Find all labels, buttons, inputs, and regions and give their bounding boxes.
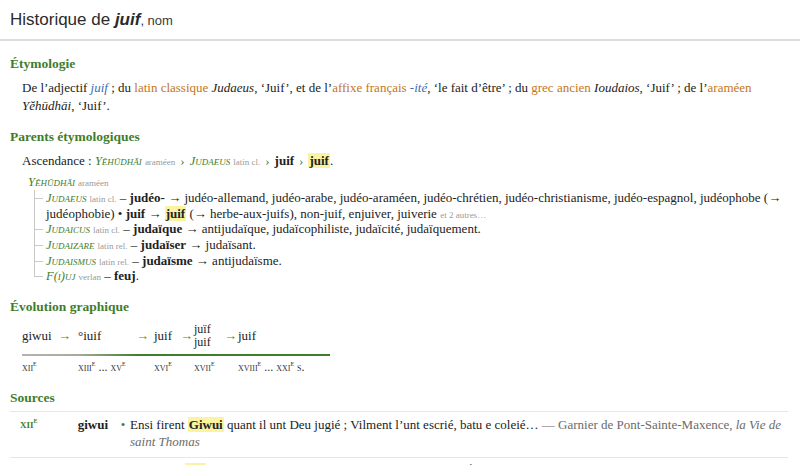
root-etymon: Yĕhūdhāi [28, 175, 75, 189]
timeline-form: juif [238, 328, 330, 344]
bullet-icon: • [116, 417, 130, 450]
language-name: araméen [708, 80, 752, 95]
language-tag: latin cl. [90, 194, 117, 204]
quote-text: Ensi firent Giwui quant il unt Deu jugié… [130, 417, 788, 450]
tree-etymon: Judaicus [46, 222, 90, 236]
arrow-icon: → [224, 328, 238, 344]
timeline-form-variants: juïfjuif [194, 323, 224, 349]
language-tag: araméen [145, 157, 175, 167]
separator-dot: • [115, 206, 126, 221]
language-tag: latin cl. [93, 225, 120, 235]
arrow-icon: → [58, 328, 78, 344]
current-word-highlight: juif [165, 206, 187, 221]
section-heading-sources: Sources [10, 390, 788, 406]
tree-item: Judaizarelatin rel. – judaïser → judaïsa… [35, 237, 788, 253]
ascendance-line: Ascendance : Yĕhūdhāiaraméen›Judaeuslati… [22, 152, 788, 170]
derived-word: feuj [114, 268, 136, 283]
section-heading-parents: Parents étymologiques [10, 129, 788, 145]
quote-list: •Ensi firent Giwui quant il unt Deu jugi… [116, 417, 788, 453]
language-tag: latin rel. [99, 257, 129, 267]
tree-item: Judaeuslatin cl. – judéo- → judéo-allema… [35, 190, 788, 221]
source-row: xiie giwui •Ensi firent Giwui quant il u… [10, 411, 788, 457]
ancestor-word: juif [275, 153, 295, 168]
arrow-icon: → [193, 253, 213, 268]
tree-root: Yĕhūdhāiaraméen [28, 174, 788, 190]
language-name: affixe français [332, 80, 406, 95]
more-items-note: et 2 autres… [440, 210, 486, 220]
form-label: giwui [68, 417, 108, 453]
derived-word: judaïque [133, 221, 182, 236]
etymon-word: Yĕhūdhāi [22, 98, 71, 113]
keyword-highlight: Giwui [188, 417, 224, 432]
page-title: Historique de juif, nom [10, 10, 788, 30]
section-heading-evolution: Évolution graphique [10, 299, 788, 315]
ancestor-etymon: Yĕhūdhāi [95, 154, 142, 168]
century-label: xviiie ... xxie s. [238, 360, 330, 375]
timeline-form: giwui [22, 328, 58, 344]
language-name: latin classique [134, 80, 208, 95]
tree-items: Judaeuslatin cl. – judéo- → judéo-allema… [34, 190, 788, 284]
arrow-icon: → [180, 328, 194, 344]
century-label: xiiie ... xve [78, 360, 136, 375]
page-title-prefix: Historique de [10, 10, 115, 29]
dictionary-history-page: Historique de juif, nom Étymologie De l’… [0, 0, 800, 465]
tree-item: Judaismuslatin rel. – judaïsme → antijud… [35, 253, 788, 269]
derived-word: judaïser [141, 237, 187, 252]
derived-word: juif [126, 206, 146, 221]
language-tag: latin cl. [233, 157, 260, 167]
language-name: grec ancien [531, 80, 591, 95]
century-label: xvie [154, 360, 180, 375]
arrow-icon: → [182, 221, 202, 236]
timeline-form: juif [154, 328, 180, 344]
quote-item: •Ensi firent Giwui quant il unt Deu jugi… [116, 417, 788, 450]
link-ite-suffix[interactable]: -ité [410, 80, 427, 95]
chevron-icon: › [299, 153, 303, 168]
derived-word: judéo- [130, 190, 165, 205]
tree-item: F(i)ujverlan – feuj. [35, 268, 788, 284]
tree-etymon: Judaeus [46, 191, 87, 205]
tree-etymon: F(i)uj [46, 269, 75, 283]
section-parents-etymologiques: Parents étymologiques Ascendance : Yĕhūd… [10, 129, 788, 284]
derived-word: judaïsme [142, 253, 193, 268]
arrow-icon: → [165, 190, 185, 205]
etymology-tree: Yĕhūdhāiaraméen Judaeuslatin cl. – judéo… [22, 174, 788, 284]
chevron-icon: › [265, 153, 269, 168]
century-label: xviie [194, 360, 224, 375]
graphic-evolution-timeline: giwui → °iuif → juif → juïfjuif → juif x… [22, 323, 788, 375]
section-sources: Sources xiie giwui •Ensi firent Giwui qu… [10, 390, 788, 465]
tree-etymon: Judaismus [46, 254, 96, 268]
etymon-word: Judaeus [212, 80, 255, 95]
arrow-icon: → [136, 328, 154, 344]
tree-item: Judaicuslatin cl. – judaïque → antijudaï… [35, 221, 788, 237]
language-tag: verlan [78, 272, 101, 282]
section-heading-etymologie: Étymologie [10, 56, 788, 72]
language-tag: latin rel. [98, 241, 128, 251]
arrow-icon: → [186, 237, 206, 252]
title-divider [0, 39, 800, 41]
section-etymologie: Étymologie De l’adjectif juif ; du latin… [10, 56, 788, 114]
etymology-paragraph: De l’adjectif juif ; du latin classique … [22, 79, 788, 114]
ancestor-etymon: Judaeus [190, 154, 231, 168]
language-tag: araméen [78, 178, 108, 188]
timeline-axis [22, 354, 330, 356]
headword: juif [115, 10, 141, 29]
section-evolution-graphique: Évolution graphique giwui → °iuif → juif… [10, 299, 788, 375]
century-label: xiie [22, 360, 58, 375]
century-label: xiie [20, 417, 68, 453]
current-word-highlight: juif [308, 153, 330, 168]
chevron-icon: › [180, 153, 184, 168]
part-of-speech: , nom [140, 13, 173, 28]
link-juif[interactable]: juif [91, 80, 108, 95]
etymon-word: Ioudaios [594, 80, 640, 95]
source-row: xiiie °iuif •En gage à juif, à lombard, … [10, 457, 788, 465]
arrow-icon: → [145, 206, 165, 221]
tree-etymon: Judaizare [46, 238, 95, 252]
timeline-form: °iuif [78, 328, 136, 344]
